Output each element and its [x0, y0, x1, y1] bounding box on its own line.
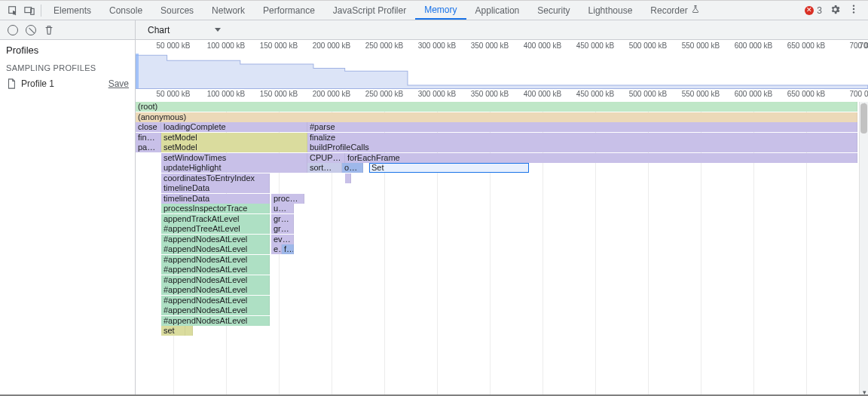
flame-cell[interactable]: updateHighlight [161, 163, 307, 173]
flame-cell[interactable]: #appendNodesAtLevel [161, 255, 270, 265]
overview-handle-left[interactable] [136, 54, 139, 88]
more-menu-icon[interactable] [848, 4, 859, 17]
ruler-tick: 550 000 kB [682, 90, 720, 98]
flame-scrollbar-thumb[interactable] [860, 103, 867, 134]
flame-cell[interactable]: ev…ew [271, 235, 294, 244]
record-button-icon[interactable] [8, 25, 18, 35]
ruler-tick: 600 000 kB [735, 90, 773, 98]
flame-cell[interactable]: fin…ce [136, 133, 161, 143]
flame-cell[interactable]: #parse [307, 122, 857, 132]
ruler-tick: 200 000 kB [313, 90, 351, 98]
tab-performance[interactable]: Performance [254, 1, 324, 20]
tab-application[interactable]: Application [466, 1, 529, 20]
ruler-tick: 400 000 kB [524, 90, 562, 98]
tab-security[interactable]: Security [528, 1, 579, 20]
flame-cell[interactable]: #appendNodesAtLevel [161, 235, 270, 244]
sidebar-section-label: SAMPLING PROFILES [0, 60, 135, 75]
flame-cell[interactable]: set [161, 326, 185, 336]
error-count: 3 [817, 5, 822, 16]
flame-cell[interactable]: forEachFrame [345, 153, 857, 163]
svg-point-4 [853, 8, 854, 10]
view-mode-select[interactable]: Chart [142, 23, 227, 37]
overview-ruler-bottom: 50 000 kB100 000 kB150 000 kB200 000 kB2… [136, 88, 868, 102]
ruler-tick: 300 000 kB [418, 90, 457, 98]
tab-sources[interactable]: Sources [151, 1, 203, 20]
flame-cell[interactable]: loadingComplete [161, 122, 307, 132]
settings-gear-icon[interactable] [830, 4, 841, 17]
flame-cell[interactable] [345, 173, 351, 183]
tab-elements[interactable]: Elements [44, 1, 100, 20]
scroll-down-icon[interactable]: ▾ [863, 388, 866, 394]
flame-cell[interactable]: up…up [271, 204, 294, 213]
flame-cell[interactable]: #appendTreeAtLevel [161, 224, 270, 234]
profile-save-link[interactable]: Save [108, 78, 129, 89]
flame-content: 50 000 kB100 000 kB150 000 kB200 000 kB2… [136, 40, 868, 394]
flame-cell[interactable]: timelineData [161, 183, 270, 193]
flame-cell[interactable]: pa…at [136, 143, 161, 152]
tab-console[interactable]: Console [100, 1, 151, 20]
flame-cell[interactable]: o…k [342, 163, 363, 173]
flame-cell[interactable]: #appendNodesAtLevel [161, 275, 270, 285]
flame-cell[interactable]: close [136, 122, 161, 132]
flame-scrollbar[interactable]: ▴ ▾ [859, 102, 868, 394]
flame-cell[interactable]: (anonymous) [136, 112, 857, 122]
ruler-tick: 550 000 kB [682, 41, 720, 50]
overview-ruler-top: 50 000 kB100 000 kB150 000 kB200 000 kB2… [136, 40, 868, 54]
tab-lighthouse[interactable]: Lighthouse [579, 1, 642, 20]
flame-cell[interactable]: e… [271, 244, 282, 254]
devtools-top-tabs: ElementsConsoleSourcesNetworkPerformance… [0, 1, 868, 20]
flame-cell[interactable] [363, 163, 369, 173]
flame-cell[interactable]: finalize [307, 133, 857, 143]
flame-cell[interactable] [185, 326, 193, 336]
tab-memory[interactable]: Memory [415, 1, 466, 20]
delete-icon[interactable] [44, 25, 54, 35]
flask-icon [691, 5, 700, 16]
ruler-tick: 350 000 kB [471, 90, 509, 98]
ruler-tick: 150 000 kB [260, 90, 298, 98]
view-mode-label: Chart [148, 25, 170, 35]
ruler-tick: 200 000 kB [313, 41, 351, 50]
tab-recorder[interactable]: Recorder [641, 1, 708, 20]
flame-chart[interactable]: (root)(anonymous)closeloadingComplete#pa… [136, 102, 859, 336]
svg-point-5 [853, 11, 854, 13]
ruler-tick: 350 000 kB [471, 41, 509, 50]
tab-javascript-profiler[interactable]: JavaScript Profiler [324, 1, 415, 20]
flame-cell[interactable]: coordinatesToEntryIndex [161, 173, 270, 183]
ruler-tick: 250 000 kB [365, 41, 404, 50]
flame-cell[interactable]: sort…ples [307, 163, 342, 173]
overview-minimap[interactable] [136, 54, 868, 88]
flame-cell[interactable]: processInspectorTrace [161, 204, 270, 213]
profiles-sidebar: Profiles SAMPLING PROFILES Profile 1 Sav… [0, 40, 136, 394]
ruler-tick: 650 000 kB [787, 41, 826, 50]
flame-cell[interactable]: gr…ew [271, 224, 294, 234]
profile-list-item[interactable]: Profile 1 Save [0, 75, 135, 92]
ruler-tick: 600 000 kB [735, 41, 773, 50]
flame-cell[interactable]: Set [369, 163, 529, 173]
ruler-tick: 300 000 kB [418, 41, 457, 50]
flame-cell[interactable]: #appendNodesAtLevel [161, 244, 270, 254]
flame-cell[interactable]: #appendNodesAtLevel [161, 296, 270, 305]
flame-cell[interactable]: setModel [161, 143, 307, 152]
inspect-element-icon[interactable] [5, 2, 21, 19]
tab-network[interactable]: Network [203, 1, 254, 20]
error-icon: ✕ [805, 6, 814, 15]
flame-cell[interactable]: appendTrackAtLevel [161, 214, 270, 224]
ruler-tick: 70 [859, 41, 867, 50]
flame-cell[interactable]: timelineData [161, 194, 270, 204]
flame-cell[interactable]: setWindowTimes [161, 153, 307, 163]
flame-cell[interactable]: (root) [136, 102, 857, 112]
flame-cell[interactable]: setModel [161, 133, 307, 143]
flame-cell[interactable]: #appendNodesAtLevel [161, 305, 270, 315]
flame-cell[interactable]: buildProfileCalls [307, 143, 857, 152]
flame-cell[interactable]: #appendNodesAtLevel [161, 265, 270, 275]
flame-cell[interactable]: proc…ata [271, 194, 304, 204]
ruler-tick: 450 000 kB [576, 90, 615, 98]
flame-cell[interactable]: #appendNodesAtLevel [161, 316, 270, 326]
flame-cell[interactable]: f…r [282, 244, 294, 254]
error-badge[interactable]: ✕ 3 [805, 5, 822, 16]
flame-cell[interactable]: gro…ts [271, 214, 294, 224]
clear-icon[interactable] [26, 25, 36, 35]
flame-cell[interactable]: CPUP…del [307, 153, 345, 163]
flame-cell[interactable]: #appendNodesAtLevel [161, 285, 270, 295]
device-toolbar-icon[interactable] [21, 2, 38, 19]
